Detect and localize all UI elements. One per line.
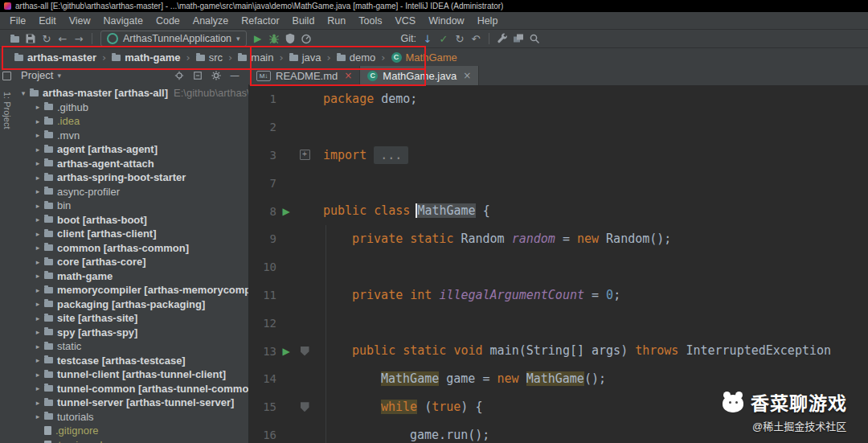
code-text[interactable] xyxy=(317,169,868,197)
code-text[interactable] xyxy=(317,253,868,281)
code-text[interactable]: private int illegalArgumentCount = 0; xyxy=(317,281,868,310)
tree-item-arthas-master-arthas-all[interactable]: ▾arthas-master [arthas-all]E:\github\art… xyxy=(13,86,248,100)
vcs-history-icon[interactable]: ↻ xyxy=(452,31,468,46)
tree-item-tunnel-server-arthas-tunnel-server[interactable]: ▸tunnel-server [arthas-tunnel-server] xyxy=(13,396,248,410)
menu-item-code[interactable]: Code xyxy=(149,15,186,27)
menu-item-build[interactable]: Build xyxy=(286,15,321,27)
chevron-right-icon[interactable]: ▸ xyxy=(32,371,43,379)
settings-wrench-icon[interactable] xyxy=(494,31,510,46)
forward-icon[interactable]: → xyxy=(71,31,87,46)
run-button[interactable]: ▶ xyxy=(250,31,266,46)
chevron-right-icon[interactable]: ▸ xyxy=(32,230,43,238)
breadcrumb-arthas-master[interactable]: arthas-master xyxy=(14,51,96,64)
open-folder-icon[interactable] xyxy=(6,31,23,46)
tree-item-spy-arthas-spy[interactable]: ▸spy [arthas-spy] xyxy=(13,326,248,340)
vcs-commit-icon[interactable]: ✓ xyxy=(436,31,452,46)
tree-item-common-arthas-common[interactable]: ▸common [arthas-common] xyxy=(13,241,248,256)
code-text[interactable]: public static void main(String[] args) t… xyxy=(317,337,868,365)
chevron-right-icon[interactable]: ▸ xyxy=(32,174,43,182)
chevron-right-icon[interactable]: ▸ xyxy=(32,286,43,294)
tree-item-arthas-spring-boot-starter[interactable]: ▸arthas-spring-boot-starter xyxy=(13,170,248,185)
chevron-right-icon[interactable]: ▸ xyxy=(32,300,43,308)
project-panel-title[interactable]: Project xyxy=(21,69,53,81)
editor-line-7[interactable]: 7 xyxy=(249,169,868,197)
tool-window-grid-icon[interactable] xyxy=(2,72,11,80)
tree-item-math-game[interactable]: ▸math-game xyxy=(13,269,248,284)
code-text[interactable] xyxy=(317,309,868,337)
tree-item-tunnel-client-arthas-tunnel-client[interactable]: ▸tunnel-client [arthas-tunnel-client] xyxy=(13,367,248,382)
chevron-right-icon[interactable]: ▸ xyxy=(32,399,43,407)
code-text[interactable]: private static Random random = new Rando… xyxy=(317,225,868,253)
chevron-right-icon[interactable]: ▸ xyxy=(32,187,43,195)
tree-item-bin[interactable]: ▸bin xyxy=(13,199,248,213)
tree-item-client-arthas-client[interactable]: ▸client [arthas-client] xyxy=(13,227,248,241)
fold-expand-icon[interactable]: + xyxy=(300,150,310,160)
tree-item-boot-arthas-boot[interactable]: ▸boot [arthas-boot] xyxy=(13,213,248,228)
editor-line-12[interactable]: 12 xyxy=(249,309,868,337)
menu-item-tools[interactable]: Tools xyxy=(352,15,388,27)
tree-item-memorycompiler-arthas-memorycompiler[interactable]: ▸memorycompiler [arthas-memorycompiler] xyxy=(13,283,248,297)
synchronize-icon[interactable]: ↻ xyxy=(39,31,55,46)
chevron-right-icon[interactable]: ▸ xyxy=(32,343,43,351)
tree-item-arthas-agent-attach[interactable]: ▸arthas-agent-attach xyxy=(13,157,248,171)
tool-window-project-tab[interactable]: 1: Project xyxy=(1,92,12,129)
tree-item-core-arthas-core[interactable]: ▸core [arthas-core] xyxy=(13,255,248,269)
menu-item-edit[interactable]: Edit xyxy=(32,15,63,27)
chevron-right-icon[interactable]: ▸ xyxy=(32,159,43,167)
chevron-right-icon[interactable]: ▸ xyxy=(32,117,43,125)
chevron-right-icon[interactable]: ▸ xyxy=(32,202,43,210)
debug-button[interactable] xyxy=(266,31,282,46)
chevron-right-icon[interactable]: ▸ xyxy=(32,412,43,420)
run-gutter-icon[interactable]: ▶ xyxy=(282,206,289,217)
editor-line-2[interactable]: 2 xyxy=(249,113,868,142)
code-text[interactable]: public class MathGame { xyxy=(317,197,868,225)
editor-line-8[interactable]: 8▶public class MathGame { xyxy=(249,197,868,225)
tab-mathgame.java[interactable]: CMathGame.java× xyxy=(360,66,479,85)
breadcrumb-main[interactable]: main xyxy=(238,51,273,64)
locate-target-icon[interactable] xyxy=(174,71,184,80)
code-text[interactable]: import ... xyxy=(317,142,868,170)
breadcrumb-java[interactable]: java xyxy=(289,51,321,64)
code-text[interactable] xyxy=(317,113,868,142)
fold-marker-icon[interactable] xyxy=(301,402,309,412)
chevron-right-icon[interactable]: ▸ xyxy=(32,244,43,252)
collapse-all-icon[interactable] xyxy=(193,71,203,80)
vcs-rollback-icon[interactable]: ↶ xyxy=(468,31,484,46)
editor-line-3[interactable]: 3+import ... xyxy=(249,142,868,170)
menu-item-help[interactable]: Help xyxy=(471,15,505,27)
menu-item-run[interactable]: Run xyxy=(321,15,352,27)
breadcrumb-src[interactable]: src xyxy=(196,51,223,64)
back-icon[interactable]: ← xyxy=(55,31,71,46)
chevron-down-icon[interactable]: ▾ xyxy=(18,89,29,97)
chevron-down-icon[interactable]: ▾ xyxy=(57,72,61,80)
gear-icon[interactable] xyxy=(211,71,221,80)
close-icon[interactable]: × xyxy=(463,70,471,81)
hide-panel-icon[interactable]: — xyxy=(230,70,240,81)
menu-item-navigate[interactable]: Navigate xyxy=(97,15,149,27)
chevron-right-icon[interactable]: ▸ xyxy=(32,258,43,266)
profiler-button[interactable] xyxy=(298,31,314,46)
tree-item-site-arthas-site[interactable]: ▸site [arthas-site] xyxy=(13,311,248,326)
breadcrumb-demo[interactable]: demo xyxy=(337,51,376,64)
chevron-right-icon[interactable]: ▸ xyxy=(32,314,43,322)
tree-item-agent-arthas-agent[interactable]: ▸agent [arthas-agent] xyxy=(13,142,248,157)
tree-item-.gitignore[interactable]: .gitignore xyxy=(13,424,248,438)
run-config-selector[interactable]: ArthasTunnelApplication ▾ xyxy=(100,31,247,47)
tree-item-.mvn[interactable]: ▸.mvn xyxy=(13,129,248,143)
project-structure-icon[interactable] xyxy=(510,31,526,46)
tree-item-.idea[interactable]: ▸.idea xyxy=(13,114,248,129)
tree-item-tunnel-common-arthas-tunnel-common[interactable]: ▸tunnel-common [arthas-tunnel-common] xyxy=(13,382,248,396)
fold-marker-icon[interactable] xyxy=(301,347,309,356)
chevron-right-icon[interactable]: ▸ xyxy=(32,146,43,154)
chevron-right-icon[interactable]: ▸ xyxy=(32,328,43,336)
tab-readme.md[interactable]: M↓README.md× xyxy=(249,66,360,85)
chevron-right-icon[interactable]: ▸ xyxy=(32,272,43,280)
code-text[interactable]: package demo; xyxy=(317,85,868,113)
editor-line-10[interactable]: 10 xyxy=(249,253,868,281)
editor-line-9[interactable]: 9private static Random random = new Rand… xyxy=(249,225,868,253)
menu-item-refactor[interactable]: Refactor xyxy=(235,15,285,27)
breadcrumb-mathgame[interactable]: CMathGame xyxy=(391,51,457,64)
tree-item-.github[interactable]: ▸.github xyxy=(13,100,248,115)
save-all-icon[interactable] xyxy=(23,31,39,46)
tree-item-async-profiler[interactable]: ▸async-profiler xyxy=(13,185,248,199)
